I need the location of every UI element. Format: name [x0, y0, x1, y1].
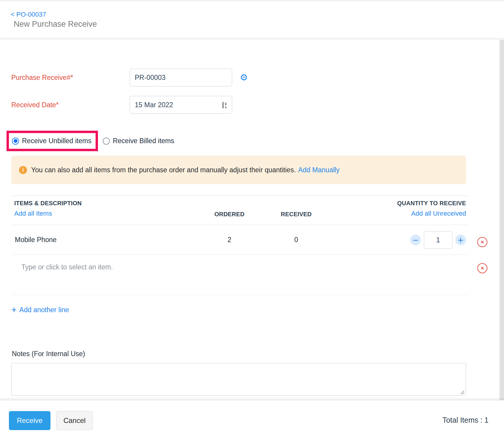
cancel-button[interactable]: Cancel [56, 411, 93, 430]
add-all-items-link[interactable]: Add all Items [14, 210, 52, 217]
gear-icon[interactable]: ⚙ [240, 73, 248, 82]
footer-shadow [0, 397, 504, 400]
textarea-resize-handle[interactable] [459, 390, 465, 394]
vertical-scrollbar[interactable] [500, 40, 504, 400]
new-purchase-receive-page: < PO-00037 New Purchase Receive Purchase… [0, 0, 504, 439]
header-divider [0, 38, 504, 40]
quantity-decrease-button[interactable]: − [410, 235, 421, 245]
quantity-to-receive-header-cell: QUANTITY TO RECEIVE Add all Unreceived [338, 196, 469, 225]
info-banner: i You can also add all items from the pu… [11, 156, 466, 184]
quantity-to-receive-header: QUANTITY TO RECEIVE [397, 200, 466, 207]
radio-receive-billed[interactable]: Receive Billed items [103, 137, 174, 145]
info-banner-text: You can also add all items from the purc… [31, 166, 296, 174]
quantity-stepper: − + [338, 231, 469, 249]
radio-unselected-icon[interactable] [103, 138, 110, 145]
received-date-row: Received Date* [11, 96, 232, 114]
received-date-input[interactable] [130, 96, 232, 114]
receive-mode-options: Receive Unbilled items Receive Billed it… [7, 131, 174, 151]
radio-receive-unbilled[interactable]: Receive Unbilled items [12, 137, 91, 145]
page-title: New Purchase Receive [14, 20, 97, 29]
unbilled-highlight-annotation: Receive Unbilled items [7, 131, 98, 151]
ordered-header: ORDERED [204, 196, 255, 225]
footer-bar: Receive Cancel Total Items : 1 [0, 400, 504, 439]
items-table-header: ITEMS & DESCRIPTION Add all Items ORDERE… [11, 195, 469, 225]
purchase-receive-input[interactable] [130, 69, 232, 86]
radio-unbilled-label: Receive Unbilled items [22, 137, 91, 145]
add-another-line-label: Add another line [19, 306, 69, 314]
back-to-po-link[interactable]: < PO-00037 [11, 11, 46, 18]
items-description-header-cell: ITEMS & DESCRIPTION Add all Items [11, 196, 204, 225]
add-another-line-button[interactable]: + Add another line [11, 305, 69, 315]
top-divider [0, 0, 504, 1]
add-all-unreceived-link[interactable]: Add all Unreceived [411, 210, 466, 217]
radio-billed-label: Receive Billed items [113, 137, 174, 145]
plus-icon: + [11, 305, 17, 315]
purchase-receive-label: Purchase Receive#* [11, 74, 130, 82]
items-table: ITEMS & DESCRIPTION Add all Items ORDERE… [11, 195, 469, 295]
delete-row-icon[interactable]: × [477, 237, 487, 247]
quantity-input[interactable] [424, 231, 452, 249]
receive-button[interactable]: Receive [9, 411, 50, 430]
received-date-input-wrap [130, 96, 232, 114]
purchase-receive-row: Purchase Receive#* ⚙ [11, 69, 248, 86]
radio-selected-icon[interactable] [12, 138, 19, 145]
quantity-increase-button[interactable]: + [455, 235, 466, 245]
info-icon: i [19, 166, 27, 174]
total-items-label: Total Items : 1 [442, 416, 489, 424]
calendar-icon[interactable] [221, 101, 228, 110]
item-received-value: 0 [255, 236, 338, 244]
add-manually-link[interactable]: Add Manually [298, 166, 340, 174]
item-name: Mobile Phone [11, 236, 204, 244]
item-ordered-value: 2 [204, 236, 255, 244]
items-description-header: ITEMS & DESCRIPTION [14, 200, 82, 207]
received-header: RECEIVED [255, 196, 338, 225]
notes-label: Notes (For Internal Use) [12, 350, 85, 358]
received-date-label: Received Date* [11, 101, 130, 109]
delete-empty-row-icon[interactable]: × [477, 263, 487, 273]
empty-item-row: × [11, 255, 469, 295]
table-row-mobile-phone: Mobile Phone 2 0 − + × [11, 225, 469, 255]
item-select-input[interactable] [21, 263, 378, 271]
notes-textarea[interactable] [11, 363, 466, 396]
purchase-receive-input-wrap [130, 69, 232, 86]
